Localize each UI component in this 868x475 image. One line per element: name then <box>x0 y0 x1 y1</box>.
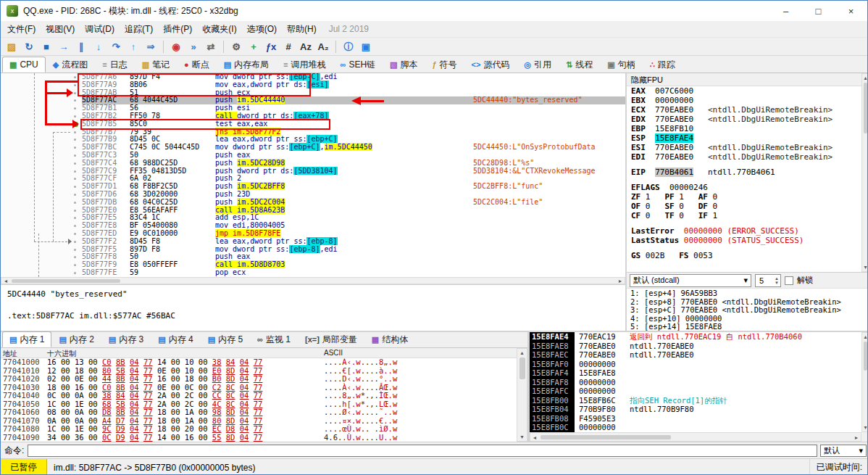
breakpoint-gutter[interactable] <box>1 269 82 277</box>
scroll-down-icon[interactable]: ▾ <box>862 264 868 270</box>
tab-script[interactable]: ▧脚本 <box>383 57 425 73</box>
font-button[interactable]: A₂ <box>315 38 331 54</box>
scroll-right-icon[interactable]: ▸ <box>617 278 624 284</box>
register-row[interactable]: ZF 1 PF 1 AF 0 <box>627 192 861 202</box>
scroll-up-icon[interactable]: ▴ <box>862 334 868 340</box>
calculator-button[interactable]: # <box>280 38 296 54</box>
tab-breakpoints[interactable]: ●断点 <box>177 57 217 73</box>
tab-dump-2[interactable]: ▤内存 2 <box>51 331 101 347</box>
disasm-row[interactable]: 5D8F77C468 988DC25Dpush im.5DC28D985DC28… <box>1 160 625 168</box>
stack-row[interactable]: 15E8FB0C00000000 <box>530 423 861 432</box>
tab-locals[interactable]: [x=]局部变量 <box>298 331 364 347</box>
breakpoint-gutter[interactable] <box>1 261 82 269</box>
stack-hscrollbar[interactable]: ◂ ▸ <box>530 432 861 442</box>
fx-button[interactable]: ƒx <box>263 38 279 54</box>
register-row[interactable]: ESP 15E8FAE4 <box>627 133 861 143</box>
register-row[interactable]: LastError 00000000 (ERROR_SUCCESS) <box>627 226 861 236</box>
scrollbar-thumb[interactable] <box>12 279 120 283</box>
window-button[interactable]: ▣ <box>358 38 374 54</box>
breakpoint-gutter[interactable] <box>1 183 82 191</box>
stop-button[interactable]: ■ <box>38 38 54 54</box>
disasm-row[interactable]: 5D8F77F28D45 F8lea eax,dword ptr ss:[ebp… <box>1 238 625 246</box>
breakpoint-gutter[interactable] <box>1 207 82 215</box>
run-button[interactable]: → <box>56 38 72 54</box>
stack-row[interactable]: 15E8FAE8770EABE0ntdll.770EABE0 <box>530 342 861 351</box>
dump-row[interactable]: 7704109034 00 36 00 0C D9 04 77 14 00 16… <box>1 434 517 442</box>
tab-log[interactable]: ≡日志 <box>95 57 134 73</box>
menu-item-4[interactable]: 插件(P) <box>158 21 197 38</box>
breakpoint-gutter[interactable] <box>1 246 82 254</box>
calling-convention-select[interactable]: 默认 (stdcall) ▾ <box>630 274 751 287</box>
tab-handles[interactable]: ▣句柄 <box>600 57 642 73</box>
breakpoint-gutter[interactable] <box>1 253 82 261</box>
stack-row[interactable]: 15E8FB08F45905E3 <box>530 414 861 424</box>
register-row[interactable]: EDX 770EABE0 <ntdll.DbgUiRemoteBreakin> <box>627 115 861 124</box>
scrollbar-thumb[interactable] <box>519 358 525 379</box>
stack-vscrollbar[interactable]: ▴ ▾ <box>861 332 868 432</box>
breakpoint-gutter[interactable] <box>1 96 82 104</box>
argument-count-stepper[interactable]: 5 ▲ ▼ <box>755 274 781 287</box>
scroll-left-icon[interactable]: ◂ <box>531 434 538 441</box>
menu-item-2[interactable]: 调试(D) <box>80 21 120 38</box>
stack-row[interactable]: 15E8FAE4770EAC19返回到 ntdll.770EAC19 自 ntd… <box>530 332 861 342</box>
restart-button[interactable]: ↻ <box>21 38 37 54</box>
step-over-button[interactable]: ↷ <box>108 38 124 54</box>
dump-vscrollbar[interactable]: ▴ ▾ <box>517 348 527 442</box>
scroll-left-icon[interactable]: ◂ <box>2 278 9 284</box>
register-row[interactable]: EIP 770B4061 ntdll.770B4061 <box>627 168 861 177</box>
stack-row[interactable]: 15E8FAFC00000000 <box>530 387 861 396</box>
stack-row[interactable]: 15E8FAF800000000 <box>530 378 861 387</box>
register-row[interactable]: CF 0 TF 0 IF 1 <box>627 211 861 220</box>
tab-dump-3[interactable]: ▤内存 3 <box>101 331 151 347</box>
breakpoint-gutter[interactable] <box>1 230 82 238</box>
tab-seh[interactable]: ∞SEH链 <box>333 57 383 73</box>
breakpoint-gutter[interactable] <box>1 214 82 222</box>
switch-thread-button[interactable]: ⇄ <box>203 38 219 54</box>
animate-button[interactable]: » <box>185 38 201 54</box>
scroll-right-icon[interactable]: ▸ <box>853 434 860 441</box>
call-arg-row[interactable]: 5: [esp+14] 15E8FAE8 <box>630 323 865 331</box>
register-row[interactable]: GS 002B FS 0053 <box>627 251 861 260</box>
tab-dump-4[interactable]: ▤内存 4 <box>151 331 200 347</box>
breakpoint-gutter[interactable] <box>1 168 82 175</box>
breakpoint-gutter[interactable] <box>1 104 82 112</box>
open-file-button[interactable]: ▨ <box>4 38 20 54</box>
menu-item-3[interactable]: 追踪(T) <box>120 21 158 38</box>
run-to-user-button[interactable]: ⇒ <box>143 38 159 54</box>
breakpoint-gutter[interactable] <box>1 112 82 120</box>
stack-row[interactable]: 15E8FAF000000000 <box>530 360 861 369</box>
menu-item-1[interactable]: 视图(V) <box>41 21 80 38</box>
tab-cpu[interactable]: ▦CPU <box>2 57 46 73</box>
tab-watch-1[interactable]: ∞监视 1 <box>250 331 298 347</box>
tab-dump-5[interactable]: ▤内存 5 <box>201 331 250 347</box>
assembler-button[interactable]: Az <box>298 38 314 54</box>
stack-row[interactable]: 15E8FB04770B9F80ntdll.770B9F80 <box>530 405 861 414</box>
tab-struct[interactable]: ▦结构体 <box>364 331 415 347</box>
menu-item-5[interactable]: 收藏夹(I) <box>197 21 241 38</box>
scroll-up-icon[interactable]: ▴ <box>862 75 868 81</box>
hide-fpu-button[interactable]: 隐藏FPU <box>627 73 861 86</box>
close-button[interactable]: × <box>835 1 867 21</box>
tab-trace[interactable]: ∴跟踪 <box>643 57 683 73</box>
pause-button[interactable]: ∥ <box>73 38 89 54</box>
trace-record-button[interactable]: ◉ <box>168 38 184 54</box>
scrollbar-thumb[interactable] <box>541 435 671 439</box>
call-arg-row[interactable]: 1: [esp+4] 96A59BB3 <box>630 289 865 298</box>
breakpoint-gutter[interactable] <box>1 160 82 168</box>
menu-item-0[interactable]: 文件(F) <box>2 21 41 38</box>
tab-graph[interactable]: ◈流程图 <box>46 57 95 73</box>
minimize-button[interactable]: – <box>769 1 802 21</box>
tab-threads[interactable]: ⇅线程 <box>559 57 600 73</box>
call-arg-row[interactable]: 3: [esp+C] 770EABE0 <ntdll.DbgUiRemoteBr… <box>630 306 865 315</box>
step-into-button[interactable]: ↓ <box>91 38 107 54</box>
stack-row[interactable]: 15E8FAF415E8FAE8 <box>530 368 861 378</box>
scrollbar-thumb[interactable] <box>864 342 867 371</box>
tab-symbols[interactable]: ƒ符号 <box>425 57 464 73</box>
stack-row[interactable]: 15E8FB0015E8FB6C指向SEH_Record[1]的指针 <box>530 396 861 405</box>
register-row[interactable]: EDI 770EABE0 <ntdll.DbgUiRemoteBreakin> <box>627 152 861 162</box>
register-row[interactable]: EBX 00000000 <box>627 96 861 105</box>
stepper-down-icon[interactable]: ▼ <box>775 281 779 285</box>
command-input[interactable] <box>28 445 817 457</box>
breakpoint-gutter[interactable] <box>1 199 82 207</box>
command-dropdown[interactable]: 默认 ▾ <box>820 445 867 457</box>
